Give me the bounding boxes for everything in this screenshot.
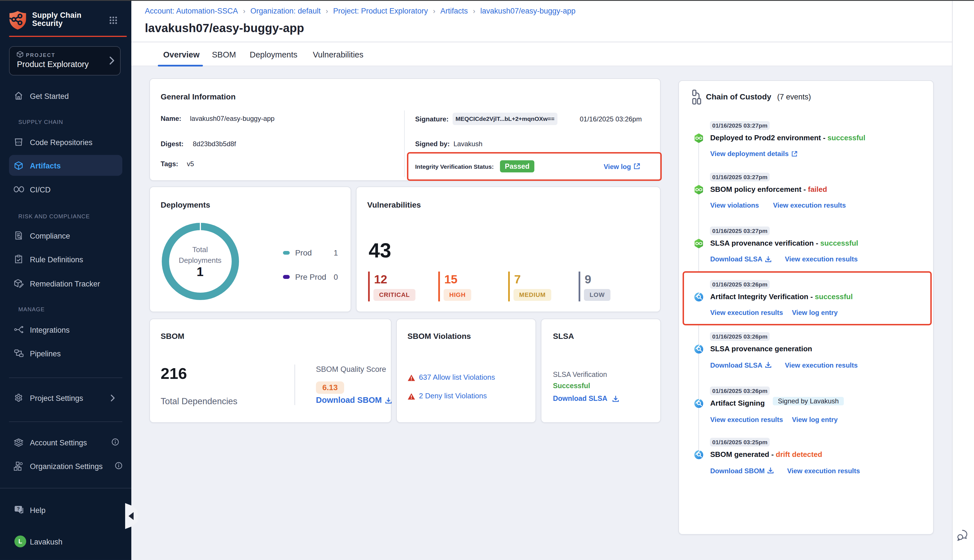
svg-text:</>: </> (16, 140, 22, 144)
svg-text:?: ? (17, 506, 20, 512)
